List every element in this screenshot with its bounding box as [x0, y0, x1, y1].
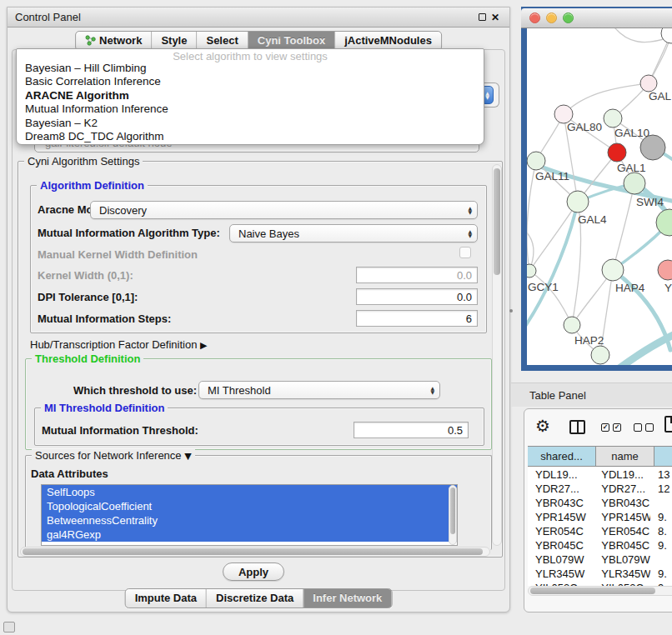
algorithm-option-aracne-algorithm[interactable]: ARACNE Algorithm	[17, 89, 484, 102]
table-rows[interactable]: YDL19...YDL19...13YDR27...YDR27...12YBR0…	[528, 468, 672, 586]
new-table-icon[interactable]	[664, 416, 672, 432]
tab-label: Cyni Toolbox	[258, 34, 325, 47]
table-cell: 9.	[650, 567, 672, 581]
table-cell	[650, 496, 672, 510]
which-threshold-combobox[interactable]: MI Threshold ▲▼	[198, 381, 440, 399]
data-attributes-label: Data Attributes	[31, 468, 108, 480]
attribute-item-topologicalcoefficient[interactable]: TopologicalCoefficient	[42, 499, 457, 513]
network-node[interactable]	[567, 191, 589, 212]
network-node[interactable]	[564, 317, 580, 333]
table-cell: YDL19...	[594, 468, 650, 482]
mi-threshold-group: MI Threshold Definition Mutual Informati…	[34, 408, 484, 446]
mi-steps-field[interactable]: 6	[356, 310, 478, 327]
mi-threshold-field[interactable]: 0.5	[354, 422, 469, 438]
dpi-tolerance-label: DPI Tolerance [0,1]:	[38, 291, 138, 303]
table-row[interactable]: YBR045CYBR045C9.	[528, 538, 672, 552]
node-label-hap4: HAP4	[615, 282, 645, 294]
float-window-icon[interactable]	[475, 11, 489, 24]
tab-style[interactable]: Style	[151, 32, 196, 50]
algorithm-option-dream8-dc-tdc-algorithm[interactable]: Dream8 DC_TDC Algorithm	[17, 130, 484, 143]
node-label-swi4: SWI4	[636, 196, 664, 208]
attributes-scrollbar[interactable]	[449, 485, 457, 545]
kernel-width-field[interactable]: 0.0	[356, 267, 478, 283]
attribute-item-betweennesscentrality[interactable]: BetweennessCentrality	[42, 513, 457, 528]
tab-infer-network[interactable]: Infer Network	[303, 589, 391, 608]
tab-jactivemnodules[interactable]: jActiveMNodules	[334, 32, 441, 50]
node-label-gal11: GAL11	[535, 170, 569, 182]
mi-steps-label: Mutual Information Steps:	[38, 312, 171, 325]
splitter-handle[interactable]	[509, 309, 513, 312]
mi-threshold-label: Mutual Information Threshold:	[42, 424, 198, 437]
table-cell: YDL19...	[528, 468, 594, 482]
tab-impute-data[interactable]: Impute Data	[126, 589, 206, 608]
network-node[interactable]	[624, 172, 645, 194]
table-cell: YLR345W	[594, 567, 650, 581]
algorithm-option-bayesian-hill-climbing[interactable]: Bayesian – Hill Climbing	[17, 62, 484, 75]
table-horizontal-scrollbar[interactable]	[528, 586, 672, 596]
tab-select[interactable]: Select	[196, 32, 247, 50]
network-node[interactable]	[527, 264, 536, 278]
tab-discretize-data[interactable]: Discretize Data	[206, 589, 303, 608]
cyni-algorithm-settings-group: Cyni Algorithm Settings Algorithm Defini…	[18, 161, 503, 558]
table-cell: 13	[650, 468, 672, 482]
column-header-name[interactable]: name	[596, 447, 654, 466]
collapsed-panel-button[interactable]	[3, 622, 15, 632]
table-row[interactable]: YDR27...YDR27...12	[528, 482, 672, 496]
table-row[interactable]: YDL19...YDL19...13	[528, 468, 672, 482]
attribute-item-gal4rgexp[interactable]: gal4RGexp	[42, 528, 457, 542]
network-canvas[interactable]: GALGAL80GAL10GAL1GAL11SWI4GAL4GCY1HAP4YH…	[527, 28, 672, 365]
settings-vertical-scrollbar[interactable]	[492, 164, 502, 546]
screen: Control Panel ✕ NetworkStyleSelectCyni T…	[0, 0, 672, 635]
table-cell: YBL079W	[528, 552, 594, 567]
table-row[interactable]: YBR043CYBR043C	[528, 496, 672, 510]
tab-cyni-toolbox[interactable]: Cyni Toolbox	[248, 32, 334, 50]
column-header-shared-name[interactable]: shared...	[528, 447, 596, 466]
table-row[interactable]: YPR145WYPR145W9.	[528, 510, 672, 524]
algorithm-option-mutual-information-inference[interactable]: Mutual Information Inference	[17, 102, 484, 116]
column-header-partial[interactable]	[654, 447, 672, 466]
tab-network[interactable]: Network	[76, 32, 151, 50]
select-all-checkboxes-icon[interactable]: ✓✓	[601, 423, 621, 432]
network-node[interactable]	[608, 143, 626, 162]
zoom-window-icon[interactable]	[563, 12, 574, 23]
minimize-window-icon[interactable]	[546, 12, 557, 23]
deselect-all-checkboxes-icon[interactable]	[634, 423, 654, 432]
table-cell: YER054C	[528, 524, 594, 538]
close-window-icon[interactable]	[529, 12, 540, 23]
table-row[interactable]: YER054CYER054C8.	[528, 524, 672, 538]
apply-button[interactable]: Apply	[223, 562, 284, 581]
mi-type-combobox[interactable]: Naive Bayes ▲▼	[229, 224, 478, 242]
network-node[interactable]	[604, 109, 622, 128]
node-label-gal: GAL	[649, 90, 672, 102]
data-attributes-list[interactable]: SelfLoopsTopologicalCoefficientBetweenne…	[41, 484, 458, 546]
tab-label: Style	[161, 34, 187, 47]
algorithm-popup-list: Bayesian – Hill ClimbingBasic Correlatio…	[17, 62, 484, 143]
network-node[interactable]	[527, 152, 545, 170]
network-node[interactable]	[591, 346, 609, 364]
aracne-mode-combobox[interactable]: Discovery ▲▼	[90, 201, 478, 219]
network-node[interactable]	[640, 75, 657, 92]
table-cell	[650, 552, 672, 567]
settings-horizontal-scrollbar[interactable]	[20, 547, 490, 557]
split-columns-icon[interactable]	[569, 420, 585, 434]
close-panel-icon[interactable]: ✕	[489, 11, 502, 24]
sources-legend[interactable]: Sources for Network Inference ▼	[32, 449, 195, 462]
algorithm-option-bayesian-k2[interactable]: Bayesian – K2	[17, 117, 484, 130]
hub-definition-toggle[interactable]: Hub/Transcription Factor Definition ▶	[30, 338, 207, 351]
table-row[interactable]: YBL079WYBL079W	[528, 552, 672, 567]
attribute-item-selfloops[interactable]: SelfLoops	[42, 485, 457, 499]
sources-legend-text: Sources for Network Inference	[35, 449, 182, 462]
table-panel: ⚙ ✓✓ shared... name YDL19...YDL19...13YD…	[524, 408, 672, 612]
table-cell: YBR045C	[528, 538, 594, 552]
table-cell: YDR27...	[594, 482, 650, 496]
table-row[interactable]: YLR345WYLR345W9.	[528, 567, 672, 581]
settings-gear-icon[interactable]: ⚙	[535, 416, 550, 436]
mi-type-value: Naive Bayes	[238, 228, 299, 240]
network-node[interactable]	[602, 259, 624, 281]
algorithm-option-basic-correlation-inference[interactable]: Basic Correlation Inference	[17, 75, 484, 88]
network-node[interactable]	[661, 28, 672, 43]
manual-kernel-checkbox[interactable]	[459, 247, 471, 258]
collapse-arrow-icon: ▼	[184, 451, 191, 462]
dpi-tolerance-field[interactable]: 0.0	[356, 288, 478, 305]
network-node[interactable]	[658, 260, 672, 280]
